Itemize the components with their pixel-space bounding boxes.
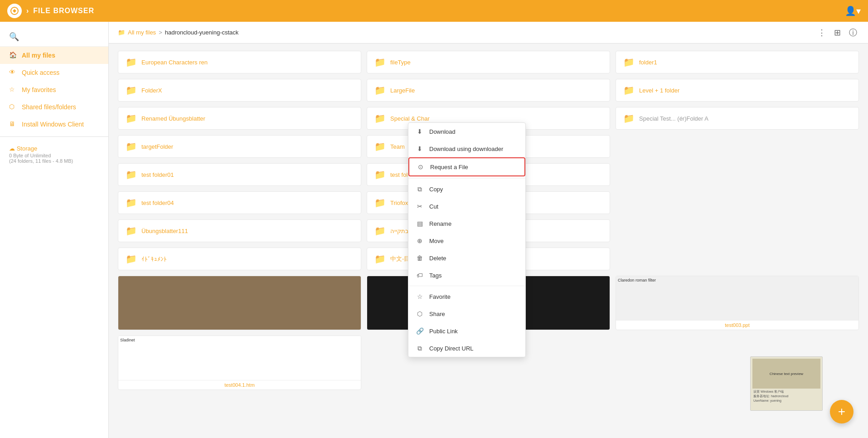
folder-icon: 📁 [374,57,386,68]
folder-icon: 📁 [126,197,137,208]
sidebar-item-shared-files[interactable]: ⬡ Shared files/folders [0,98,108,116]
folder-item[interactable]: 📁ｲﾄﾞｷｭﾒﾝﾄ [118,248,361,270]
folder-icon: 📁 [126,57,137,68]
ctx-item-label: Move [429,238,444,244]
ctx-item-label: Download [429,128,456,135]
ctx-item-delete[interactable]: 🗑Delete [408,249,525,267]
folder-icon: 📁 [374,169,386,180]
sidebar-item-all-my-files[interactable]: 🏠 All my files [0,47,108,64]
image-thumbnail: Claredon roman filter [616,276,858,320]
breadcrumb-file-icon: 📁 [118,29,125,36]
sidebar-divider [0,136,108,137]
image-thumbnail [118,276,361,330]
header-left: › FILE BROWSER [7,4,94,18]
ctx-item-move[interactable]: ⊕Move [408,232,525,249]
folder-item[interactable]: 📁Special Test... (ér)Folder A [616,107,859,130]
folder-icon: 📁 [374,225,386,236]
ctx-item-favorite[interactable]: ☆Favorite [408,288,525,305]
folder-item[interactable]: 📁folder1 [616,51,859,73]
image-item[interactable] [118,276,361,330]
folder-name: LargeFile [390,87,415,94]
ctx-item-cut[interactable]: ✂Cut [408,198,525,215]
info-button[interactable]: ⓘ [847,25,859,40]
folder-item[interactable]: 📁Übungsblatter111 [118,219,361,242]
ctx-item-label: Cut [429,203,438,210]
ctx-item-label: Copy Direct URL [429,345,474,352]
breadcrumb-root[interactable]: All my files [128,29,156,36]
image-item[interactable]: Claredon roman filtertest003.ppt [616,276,859,330]
toolbar-right: ⋮ ⊞ ⓘ [816,25,859,40]
ctx-item-rename[interactable]: ▤Rename [408,215,525,232]
eye-icon: 👁 [9,68,17,77]
folder-item[interactable]: 📁Level + 1 folder [616,79,859,102]
folder-item[interactable]: 📁European Characters ren [118,51,361,73]
folder-name: ｲﾄﾞｷｭﾒﾝﾄ [141,256,167,263]
folder-name: European Characters ren [141,59,208,66]
breadcrumb: 📁 All my files > hadroncloud-yuening-cst… [118,29,238,36]
ctx-item-download-downloader[interactable]: ⬇Download using downloader [408,140,525,157]
star-icon: ☆ [9,86,17,94]
tag-icon: 🏷 [416,271,424,279]
folder-icon: 📁 [374,253,386,264]
grid-view-button[interactable]: ⊞ [832,26,843,39]
folder-name: folder1 [639,59,657,66]
folder-item[interactable]: 📁Renamed Übungsblatter [118,107,361,130]
storage-label: Storage [17,145,38,152]
ctx-item-copy-direct-url[interactable]: ⧉Copy Direct URL [408,340,525,357]
ctx-item-copy[interactable]: ⧉Copy [408,180,525,198]
copy-url-icon: ⧉ [416,344,424,352]
sidebar-search-area[interactable]: 🔍 [0,27,108,47]
sidebar-item-install-windows[interactable]: 🖥 Install Windows Client [0,116,108,133]
folder-name: test folder01 [141,171,174,178]
request-icon: ⊙ [417,163,425,171]
fab-add-button[interactable]: + [830,400,853,423]
trash-icon: 🗑 [416,254,424,262]
ctx-item-public-link[interactable]: 🔗Public Link [408,322,525,340]
ctx-item-tags[interactable]: 🏷Tags [408,267,525,284]
more-options-button[interactable]: ⋮ [816,26,828,39]
folder-icon: 📁 [126,253,137,264]
folder-name: Special & Char [390,115,430,122]
empty-cell [616,219,859,242]
image-filename: test004.1.htm [118,380,361,389]
preview-thumbnail: Chinese text preview 设置 Windows 客户端 服务器地… [750,356,823,411]
share-icon: ⬡ [9,103,17,111]
folder-name: Renamed Übungsblatter [141,115,205,122]
folder-icon: 📁 [126,225,137,236]
home-icon: 🏠 [9,51,17,59]
folder-item[interactable]: 📁test folder01 [118,163,361,186]
user-icon[interactable]: 👤▾ [845,5,861,16]
search-icon[interactable]: 🔍 [9,32,19,42]
sidebar-label-shared-files: Shared files/folders [22,103,76,111]
storage-details: (24 folders, 11 files - 4.8 MB) [9,158,99,164]
empty-cell [616,191,859,214]
breadcrumb-current: hadroncloud-yuening-cstack [165,29,239,36]
folder-icon: 📁 [623,57,635,68]
plus-icon: + [838,404,845,419]
context-menu: ⬇Download⬇Download using downloader⊙Requ… [408,122,526,357]
sidebar: 🔍 🏠 All my files 👁 Quick access ☆ My fav… [0,22,109,438]
sidebar-item-quick-access[interactable]: 👁 Quick access [0,64,108,81]
star-icon: ☆ [416,292,424,301]
folder-item[interactable]: 📁test folder04 [118,191,361,214]
ctx-item-request-file[interactable]: ⊙Request a File [408,157,525,176]
monitor-icon: 🖥 [9,120,17,128]
folder-item[interactable]: 📁fileType [367,51,610,73]
empty-cell [616,163,859,186]
sidebar-label-install-windows: Install Windows Client [22,121,84,128]
sidebar-item-my-favorites[interactable]: ☆ My favorites [0,81,108,98]
folder-item[interactable]: 📁FolderX [118,79,361,102]
link-icon: 🔗 [416,327,424,335]
sidebar-label-all-my-files: All my files [22,52,55,59]
folder-name: targetFolder [141,143,173,150]
ctx-item-download[interactable]: ⬇Download [408,123,525,140]
folder-icon: 📁 [374,141,386,152]
folder-item[interactable]: 📁targetFolder [118,135,361,158]
folder-item[interactable]: 📁LargeFile [367,79,610,102]
image-item[interactable]: Sladinettest004.1.htm [118,336,361,390]
folder-name: Übungsblatter111 [141,228,188,234]
header: › FILE BROWSER 👤▾ [0,0,868,22]
ctx-item-share[interactable]: ⬡Share [408,305,525,322]
folder-icon: 📁 [126,113,137,124]
storage-title: ☁ Storage [9,145,99,152]
